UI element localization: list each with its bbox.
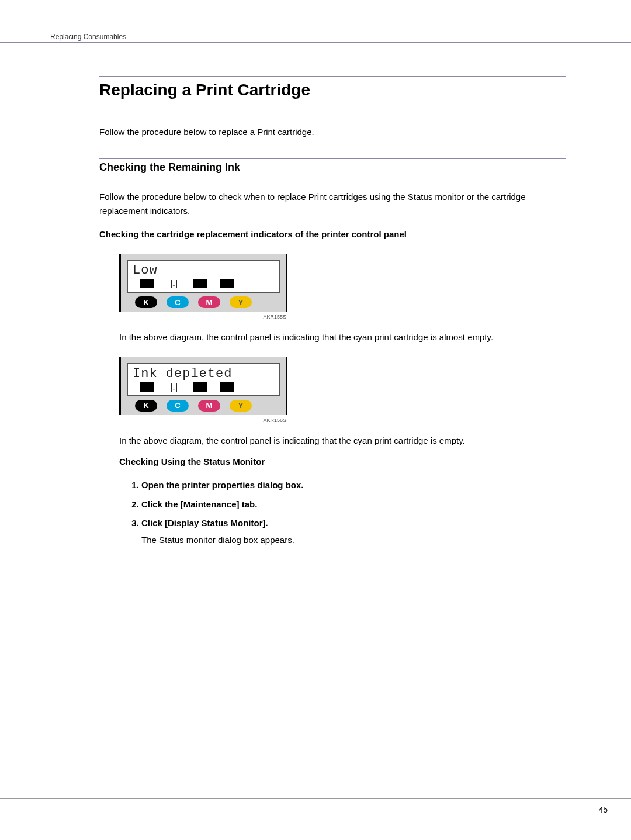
intro-paragraph: Follow the procedure below to replace a … [99,125,566,139]
ink-level-low-icon [167,382,181,392]
ink-level-low-icon [167,279,181,288]
cartridge-labels: K C M Y [127,400,280,412]
cartridge-label-k: K [135,400,157,412]
step-item: Open the printer properties dialog box. [141,479,566,492]
control-panel-diagram-low: Low K C M Y AKR155S [119,254,287,320]
section-rule: Checking the Remaining Ink [99,158,566,177]
ink-level-full-icon [193,382,207,392]
ink-level-icons [133,278,274,288]
subsection-heading: Checking the cartridge replacement indic… [99,228,566,241]
section-paragraph: Follow the procedure below to check when… [99,190,566,217]
lcd-screen: Ink depleted [127,363,280,396]
cartridge-labels: K C M Y [127,296,280,308]
step-text: Click the [Maintenance] tab. [141,499,257,509]
breadcrumb: Replacing Consumables [50,33,126,41]
ink-level-full-icon [140,279,154,288]
cartridge-label-y: Y [230,296,252,308]
subsection-heading: Checking Using the Status Monitor [119,455,566,469]
ink-level-full-icon [193,279,207,288]
ink-level-icons [133,381,274,392]
step-text: Open the printer properties dialog box. [141,480,304,490]
cartridge-label-c: C [167,296,189,308]
diagram-caption: In the above diagram, the control panel … [119,330,566,344]
step-item: Click [Display Status Monitor]. The Stat… [141,517,566,547]
page-title: Replacing a Print Cartridge [99,81,566,99]
diagram-code: AKR156S [119,417,287,423]
content-area: Replacing a Print Cartridge Follow the p… [99,76,566,552]
step-item: Click the [Maintenance] tab. [141,498,566,511]
step-subtext: The Status monitor dialog box appears. [141,534,566,547]
ink-level-full-icon [220,279,234,288]
diagram-frame: Low K C M Y [119,254,287,312]
procedure-steps: Open the printer properties dialog box. … [131,479,566,547]
document-page: Replacing Consumables Replacing a Print … [0,0,631,840]
cartridge-label-m: M [198,400,220,412]
footer-rule [0,798,631,799]
cartridge-label-m: M [198,296,220,308]
cartridge-label-y: Y [230,400,252,412]
lcd-text: Ink depleted [133,367,274,381]
page-number: 45 [598,805,608,814]
ink-level-full-icon [140,382,154,392]
page-header: Replacing Consumables [0,26,631,43]
diagram-code: AKR155S [119,314,287,320]
cartridge-label-c: C [167,400,189,412]
section-heading: Checking the Remaining Ink [99,161,566,174]
lcd-screen: Low [127,260,280,293]
title-rule: Replacing a Print Cartridge [99,76,566,105]
diagram-frame: Ink depleted K C M Y [119,357,287,415]
ink-level-full-icon [220,382,234,392]
lcd-text: Low [133,263,274,278]
control-panel-diagram-depleted: Ink depleted K C M Y AKR156S [119,357,287,423]
diagram-caption: In the above diagram, the control panel … [119,434,566,447]
step-text: Click [Display Status Monitor]. [141,518,268,528]
cartridge-label-k: K [135,296,157,308]
